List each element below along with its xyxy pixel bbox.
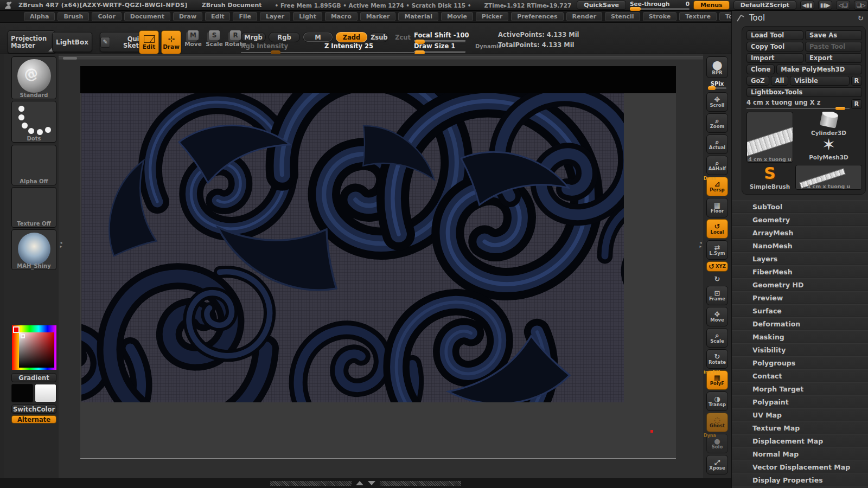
tool-name-slider[interactable]: 4 cm x tuong ung X z — [746, 99, 850, 109]
tool-subpalette[interactable]: Vector Displacement Map — [732, 460, 868, 473]
secondary-color-swatch[interactable] — [35, 384, 56, 402]
menu-item[interactable]: File — [233, 12, 257, 21]
left-divider-arrows[interactable]: ◂▸ — [59, 241, 63, 248]
menu-item[interactable]: Brush — [58, 12, 89, 21]
menu-item[interactable]: Marker — [360, 12, 396, 21]
brush-selector[interactable]: @ Standard — [11, 56, 56, 99]
tool-subpalette[interactable]: Display Properties — [732, 473, 868, 486]
menu-item[interactable]: Movie — [441, 12, 473, 21]
all-button[interactable]: All — [771, 76, 789, 86]
next-document-icon[interactable]: ❏▷ — [854, 1, 868, 10]
see-through-thumb[interactable] — [630, 7, 641, 11]
main-color-swatch[interactable] — [11, 384, 33, 402]
tool-subpalette[interactable]: Surface — [732, 304, 868, 317]
left-tray-toggle-icon[interactable]: ◀▮▮ — [800, 1, 814, 10]
right-shelf-button[interactable]: ▦ Floor — [706, 198, 728, 217]
mode-button[interactable]: Rgb — [269, 32, 300, 42]
material-selector[interactable]: MAH_Shiny — [11, 229, 56, 270]
menu-item[interactable]: Alpha — [24, 12, 55, 21]
copy-tool-button[interactable]: Copy Tool — [746, 42, 803, 52]
alpha-selector[interactable]: Alpha Off — [11, 145, 56, 185]
tool-subpalette[interactable]: FiberMesh — [732, 265, 868, 278]
see-through-track[interactable] — [630, 8, 690, 10]
save-as-button[interactable]: Save As — [805, 30, 862, 40]
bottom-scroll-handle-right[interactable] — [380, 481, 461, 486]
right-shelf-button[interactable]: ⌕ Scale — [706, 328, 728, 348]
scale-button[interactable]: S Scale — [205, 30, 224, 54]
tool-subpalette[interactable]: Polypaint — [732, 395, 868, 408]
visible-button[interactable]: Visible — [790, 76, 850, 86]
load-tool-button[interactable]: Load Tool — [746, 30, 803, 40]
import-button[interactable]: Import — [746, 53, 803, 63]
tool-subpalette[interactable]: Displacement Map — [732, 434, 868, 447]
tray-down-arrow-icon[interactable] — [368, 481, 375, 485]
export-button[interactable]: Export — [805, 53, 862, 63]
right-shelf-button[interactable]: ⊡ Frame — [706, 286, 728, 305]
tray-up-arrow-icon[interactable] — [356, 481, 363, 485]
mode-button[interactable]: M — [303, 32, 333, 42]
right-shelf-button[interactable]: ⌕ Zoom — [706, 113, 728, 133]
tool-subpalette[interactable]: Masking — [732, 330, 868, 343]
tool-subpalette[interactable]: Normal Map — [732, 447, 868, 460]
move-button[interactable]: M Move — [183, 30, 203, 54]
tool-subpalette[interactable]: ArrayMesh — [732, 226, 868, 239]
rgb-intensity-slider[interactable]: Rgb Intensity — [241, 42, 331, 53]
cylinder3d-tool[interactable]: Cylinder3D — [795, 112, 862, 136]
goz-r-button[interactable]: R — [851, 76, 862, 86]
menu-item[interactable]: Render — [566, 12, 603, 21]
recent-tool-thumbnail[interactable]: 4 cm x tuong u — [795, 165, 862, 190]
tool-name-thumb[interactable] — [835, 107, 845, 110]
menu-item[interactable]: Color — [92, 12, 121, 21]
right-shelf-button[interactable]: SPix — [706, 80, 728, 91]
projection-master-button[interactable]: Projection Master — [8, 30, 55, 54]
default-zscript-button[interactable]: DefaultZScript — [733, 1, 796, 10]
menu-item[interactable]: Picker — [476, 12, 508, 21]
document-hscrollbar[interactable] — [59, 56, 703, 60]
tool-subpalette[interactable]: Deformation — [732, 317, 868, 330]
menu-item[interactable]: Preferences — [511, 12, 563, 21]
clone-button[interactable]: Clone — [746, 65, 775, 74]
goz-button[interactable]: GoZ — [746, 76, 769, 86]
tool-subpalette[interactable]: SubTool — [732, 200, 868, 213]
make-polymesh3d-button[interactable]: Make PolyMesh3D — [776, 65, 862, 74]
tool-subpalette[interactable]: UV Map — [732, 408, 868, 421]
tool-subpalette[interactable]: NanoMesh — [732, 239, 868, 252]
mode-button[interactable]: Zsub — [370, 32, 388, 42]
quicksave-button[interactable]: QuickSave — [577, 1, 626, 10]
menu-item[interactable]: Texture — [679, 12, 717, 21]
tool-subpalette[interactable]: Visibility — [732, 343, 868, 356]
right-shelf-button[interactable]: ⇄ L.Sym — [706, 240, 728, 260]
switchcolor-button[interactable]: SwitchColor — [11, 404, 56, 414]
lightbox-button[interactable]: LightBox — [52, 32, 92, 52]
right-shelf-button[interactable]: ⤢ Xpose — [706, 455, 728, 474]
simplebrush-tool[interactable]: S SimpleBrush — [746, 165, 793, 190]
tool-subpalette[interactable]: Polygroups — [732, 356, 868, 369]
right-shelf-button[interactable]: ⌕ AAHalf — [706, 156, 728, 175]
menu-item[interactable]: Document — [124, 12, 170, 21]
menu-item[interactable]: Material — [398, 12, 438, 21]
mode-button[interactable]: Zcut — [391, 32, 415, 42]
menu-item[interactable]: Draw — [173, 12, 202, 21]
menu-item[interactable]: Stroke — [643, 12, 677, 21]
right-shelf-button[interactable]: Dyna ● Solo — [706, 434, 728, 453]
right-tray-toggle-icon[interactable]: ▮▮▶ — [818, 1, 832, 10]
tool-subpalette[interactable]: Geometry HD — [732, 278, 868, 291]
tool-subpalette[interactable]: Preview — [732, 291, 868, 304]
spix-slider[interactable] — [708, 87, 726, 89]
sculpt-render[interactable] — [81, 93, 624, 402]
current-tool-thumbnail[interactable]: 4 cm x tuong u — [746, 112, 793, 163]
right-shelf-button[interactable]: ✥ Move — [706, 307, 728, 326]
menu-item[interactable]: Stencil — [605, 12, 640, 21]
tool-subpalette[interactable]: Texture Map — [732, 421, 868, 434]
z-intensity-slider[interactable]: Z Intensity 25 — [321, 42, 424, 53]
right-shelf-button[interactable]: ine Fill ▦ PolyF — [706, 370, 728, 390]
menu-item[interactable]: Edit — [205, 12, 230, 21]
edit-button[interactable]: Edit — [139, 30, 159, 54]
see-through-slider[interactable]: See-through 0 — [630, 1, 690, 10]
tool-subpalette[interactable]: Morph Target — [732, 382, 868, 395]
right-shelf-button[interactable]: ◑ Transp — [706, 391, 728, 411]
color-selector-handle[interactable] — [21, 334, 25, 338]
draw-button[interactable]: -¦- Draw — [161, 30, 181, 54]
right-shelf-button[interactable]: ↻ — [706, 273, 728, 284]
focal-shift-slider[interactable]: Focal Shift -100 — [414, 31, 465, 42]
